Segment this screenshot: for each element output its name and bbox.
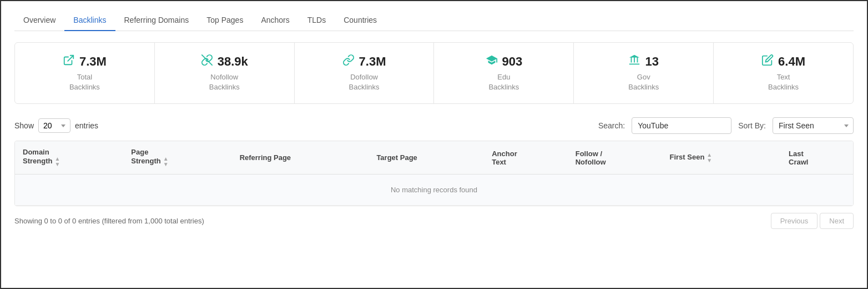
empty-row: No matching records found [15,175,853,206]
sort-label: Sort By: [738,121,766,130]
nofollow-icon [201,54,213,69]
show-entries-control: Show 20 50 100 entries [14,118,98,133]
sort-select[interactable]: First SeenLast CrawlDomain StrengthPage … [773,117,854,134]
col-domain-strength[interactable]: DomainStrength▲▼ [15,141,123,175]
col-last-crawl: LastCrawl [781,141,853,175]
tab-nav: OverviewBacklinksReferring DomainsTop Pa… [14,10,854,31]
edu-icon [486,54,498,69]
tab-anchors[interactable]: Anchors [252,10,298,31]
col-page-strength[interactable]: PageStrength▲▼ [123,141,231,175]
stat-card-text-backlinks: 6.4MTextBacklinks [714,43,853,103]
stat-value-total-backlinks: 7.3M [79,54,107,69]
backlinks-table: DomainStrength▲▼PageStrength▲▼Referring … [14,141,854,206]
sort-arrows-domain-strength: ▲▼ [54,156,60,167]
stat-card-dofollow-backlinks: 7.3MDofollowBacklinks [295,43,435,103]
stat-value-text-backlinks: 6.4M [778,54,805,69]
footer-info: Showing 0 to 0 of 0 entries (filtered fr… [14,217,204,225]
table-footer: Showing 0 to 0 of 0 entries (filtered fr… [14,213,854,229]
sort-arrows-page-strength: ▲▼ [163,156,169,167]
col-follow-nofollow: Follow /Nofollow [568,141,662,175]
table-header-row: DomainStrength▲▼PageStrength▲▼Referring … [15,141,853,175]
stat-top-total-backlinks: 7.3M [63,54,107,69]
stat-label-nofollow-backlinks: NofollowBacklinks [209,72,240,92]
stat-top-edu-backlinks: 903 [486,54,523,69]
next-button[interactable]: Next [820,213,854,229]
col-anchor-text: AnchorText [484,141,568,175]
stat-card-nofollow-backlinks: 38.9kNofollowBacklinks [155,43,295,103]
table-body: No matching records found [15,175,853,206]
previous-button[interactable]: Previous [771,213,818,229]
stat-label-gov-backlinks: GovBacklinks [628,72,659,92]
tab-overview[interactable]: Overview [14,10,64,31]
controls-row: Show 20 50 100 entries Search: Sort By: … [14,117,854,134]
external-link-icon [63,54,75,69]
stats-row: 7.3MTotalBacklinks38.9kNofollowBacklinks… [14,42,854,104]
stat-value-nofollow-backlinks: 38.9k [218,54,248,69]
pencil-icon [761,54,774,69]
stat-label-total-backlinks: TotalBacklinks [69,72,100,92]
stat-card-edu-backlinks: 903EduBacklinks [434,43,574,103]
col-target-page: Target Page [369,141,484,175]
stat-top-nofollow-backlinks: 38.9k [201,54,248,69]
show-select[interactable]: 20 50 100 [38,118,70,133]
sort-arrows-first-seen: ▲▼ [706,152,712,163]
stat-label-text-backlinks: TextBacklinks [768,72,799,92]
empty-message: No matching records found [15,175,853,206]
tab-countries[interactable]: Countries [335,10,386,31]
tab-backlinks[interactable]: Backlinks [64,10,115,31]
stat-top-text-backlinks: 6.4M [761,54,805,69]
stat-label-dofollow-backlinks: DofollowBacklinks [349,72,380,92]
tab-top-pages[interactable]: Top Pages [198,10,252,31]
gov-icon [628,54,640,69]
stat-value-edu-backlinks: 903 [502,54,523,69]
stat-value-dofollow-backlinks: 7.3M [359,54,386,69]
tab-referring-domains[interactable]: Referring Domains [115,10,198,31]
tab-tlds[interactable]: TLDs [299,10,335,31]
table-header: DomainStrength▲▼PageStrength▲▼Referring … [15,141,853,175]
stat-label-edu-backlinks: EduBacklinks [488,72,519,92]
main-container: OverviewBacklinksReferring DomainsTop Pa… [0,0,868,289]
search-label: Search: [598,121,625,130]
search-sort-controls: Search: Sort By: First SeenLast CrawlDom… [598,117,854,134]
stat-card-total-backlinks: 7.3MTotalBacklinks [15,43,155,103]
stat-card-gov-backlinks: 13GovBacklinks [574,43,714,103]
stat-top-gov-backlinks: 13 [628,54,658,69]
col-referring-page: Referring Page [232,141,369,175]
svg-line-0 [68,56,73,61]
pagination: Previous Next [771,213,854,229]
stat-top-dofollow-backlinks: 7.3M [342,54,386,69]
search-input[interactable] [632,117,731,134]
col-first-seen[interactable]: First Seen▲▼ [662,141,781,175]
link-icon [342,54,355,69]
show-label: Show [14,121,34,130]
stat-value-gov-backlinks: 13 [645,54,658,69]
entries-label: entries [75,121,98,130]
